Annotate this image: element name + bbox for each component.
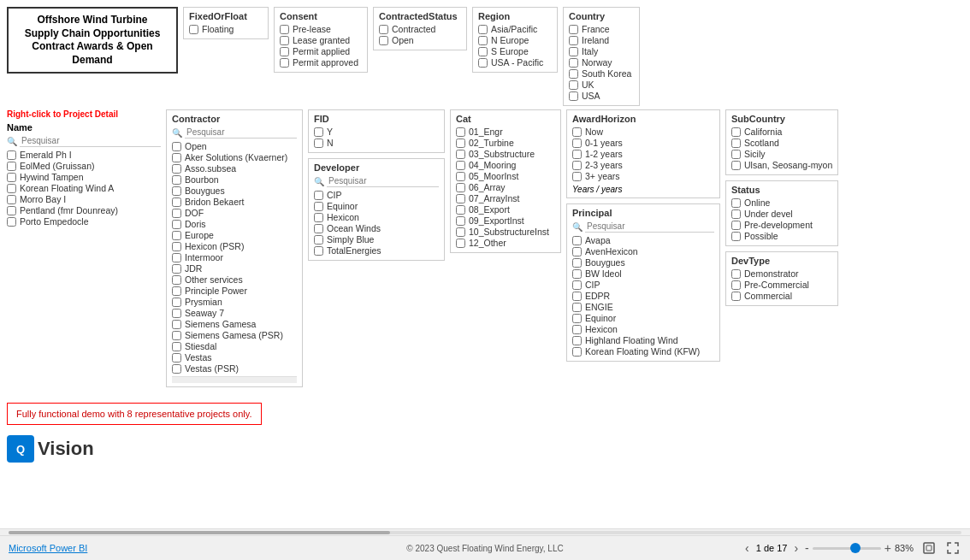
- name-checkbox-6[interactable]: [7, 217, 16, 227]
- country-checkbox-4[interactable]: [569, 69, 578, 79]
- principal-checkbox-4[interactable]: [572, 280, 582, 290]
- status-checkbox-1[interactable]: [731, 209, 741, 219]
- principal-checkbox-8[interactable]: [572, 325, 582, 334]
- award-checkbox-1[interactable]: [572, 139, 582, 148]
- principal-checkbox-6[interactable]: [572, 303, 582, 312]
- award-checkbox-0[interactable]: [572, 127, 582, 137]
- hscroll-thumb[interactable]: [9, 531, 390, 534]
- principal-checkbox-2[interactable]: [572, 258, 582, 268]
- contractor-item-checkbox-17[interactable]: [172, 331, 181, 340]
- consent-checkbox-3[interactable]: [280, 58, 289, 68]
- name-checkbox-2[interactable]: [7, 173, 16, 182]
- contractor-item-checkbox-3[interactable]: [172, 175, 181, 185]
- cat-checkbox-10[interactable]: [456, 239, 465, 248]
- cat-checkbox-8[interactable]: [456, 216, 465, 226]
- fid-checkbox-0[interactable]: [314, 127, 323, 137]
- cat-checkbox-5[interactable]: [456, 183, 465, 192]
- subcountry-checkbox-3[interactable]: [731, 161, 741, 170]
- contractor-item-checkbox-1[interactable]: [172, 153, 181, 162]
- cat-checkbox-2[interactable]: [456, 150, 465, 159]
- contracted-checkbox-0[interactable]: [379, 25, 388, 34]
- contractor-search-input[interactable]: [185, 127, 297, 139]
- subcountry-checkbox-0[interactable]: [731, 127, 741, 137]
- zoom-plus-button[interactable]: +: [884, 541, 891, 555]
- contracted-checkbox-1[interactable]: [379, 36, 388, 45]
- principal-checkbox-7[interactable]: [572, 314, 582, 323]
- cat-checkbox-6[interactable]: [456, 194, 465, 203]
- contractor-item-checkbox-13[interactable]: [172, 286, 181, 296]
- name-checkbox-5[interactable]: [7, 206, 16, 215]
- expand-icon[interactable]: [920, 539, 937, 557]
- status-checkbox-2[interactable]: [731, 221, 741, 230]
- contractor-item-checkbox-6[interactable]: [172, 209, 181, 218]
- cat-checkbox-7[interactable]: [456, 205, 465, 215]
- contractor-item-checkbox-15[interactable]: [172, 309, 181, 318]
- developer-checkbox-2[interactable]: [314, 213, 323, 222]
- zoom-track[interactable]: [813, 547, 881, 550]
- contractor-item-checkbox-10[interactable]: [172, 253, 181, 262]
- contractor-item-checkbox-20[interactable]: [172, 364, 181, 374]
- principal-checkbox-10[interactable]: [572, 347, 582, 357]
- contractor-item-checkbox-4[interactable]: [172, 186, 181, 196]
- principal-search-input[interactable]: [585, 221, 714, 233]
- contractor-item-checkbox-2[interactable]: [172, 164, 181, 174]
- contractor-item-checkbox-0[interactable]: [172, 142, 181, 151]
- developer-checkbox-4[interactable]: [314, 235, 323, 245]
- country-checkbox-5[interactable]: [569, 80, 578, 90]
- cat-checkbox-1[interactable]: [456, 139, 465, 148]
- cat-checkbox-3[interactable]: [456, 161, 465, 170]
- cat-checkbox-4[interactable]: [456, 172, 465, 181]
- cat-checkbox-0[interactable]: [456, 127, 465, 137]
- contractor-item-checkbox-9[interactable]: [172, 242, 181, 251]
- name-search-input[interactable]: [20, 135, 161, 147]
- developer-search-input[interactable]: [327, 175, 439, 187]
- award-checkbox-3[interactable]: [572, 161, 582, 170]
- consent-checkbox-1[interactable]: [280, 36, 289, 45]
- page-next-button[interactable]: ›: [794, 541, 798, 555]
- devtype-checkbox-2[interactable]: [731, 292, 741, 301]
- developer-checkbox-0[interactable]: [314, 191, 323, 200]
- developer-checkbox-3[interactable]: [314, 224, 323, 233]
- name-checkbox-0[interactable]: [7, 150, 16, 160]
- zoom-minus-button[interactable]: -: [805, 541, 809, 555]
- award-checkbox-4[interactable]: [572, 172, 582, 181]
- country-checkbox-1[interactable]: [569, 36, 578, 45]
- zoom-thumb[interactable]: [850, 543, 861, 553]
- contractor-item-checkbox-12[interactable]: [172, 275, 181, 285]
- contractor-item-checkbox-5[interactable]: [172, 197, 181, 207]
- contractor-item-checkbox-14[interactable]: [172, 298, 181, 307]
- principal-checkbox-9[interactable]: [572, 336, 582, 345]
- country-checkbox-6[interactable]: [569, 91, 578, 101]
- name-checkbox-4[interactable]: [7, 195, 16, 204]
- status-checkbox-0[interactable]: [731, 198, 741, 208]
- country-checkbox-2[interactable]: [569, 47, 578, 56]
- contractor-item-checkbox-16[interactable]: [172, 320, 181, 329]
- region-checkbox-0[interactable]: [478, 25, 488, 34]
- subcountry-checkbox-2[interactable]: [731, 150, 741, 159]
- developer-checkbox-1[interactable]: [314, 202, 323, 211]
- powerbi-link[interactable]: Microsoft Power BI: [9, 543, 87, 553]
- principal-checkbox-1[interactable]: [572, 247, 582, 256]
- subcountry-checkbox-1[interactable]: [731, 139, 741, 148]
- country-checkbox-0[interactable]: [569, 25, 578, 34]
- fullscreen-icon[interactable]: [944, 539, 961, 557]
- country-checkbox-3[interactable]: [569, 58, 578, 68]
- principal-checkbox-0[interactable]: [572, 236, 582, 245]
- region-checkbox-3[interactable]: [478, 58, 488, 68]
- contractor-item-checkbox-18[interactable]: [172, 342, 181, 351]
- contractor-item-checkbox-19[interactable]: [172, 353, 181, 363]
- devtype-checkbox-1[interactable]: [731, 280, 741, 290]
- name-checkbox-1[interactable]: [7, 162, 16, 171]
- fixedorfloat-checkbox-floating[interactable]: [189, 25, 198, 34]
- contractor-item-checkbox-7[interactable]: [172, 220, 181, 229]
- name-checkbox-3[interactable]: [7, 184, 16, 193]
- award-checkbox-2[interactable]: [572, 150, 582, 159]
- principal-checkbox-5[interactable]: [572, 292, 582, 301]
- devtype-checkbox-0[interactable]: [731, 269, 741, 279]
- contractor-item-checkbox-8[interactable]: [172, 231, 181, 240]
- cat-checkbox-9[interactable]: [456, 227, 465, 237]
- fid-checkbox-1[interactable]: [314, 139, 323, 148]
- consent-checkbox-2[interactable]: [280, 47, 289, 56]
- page-prev-button[interactable]: ‹: [745, 541, 749, 555]
- principal-checkbox-3[interactable]: [572, 269, 582, 279]
